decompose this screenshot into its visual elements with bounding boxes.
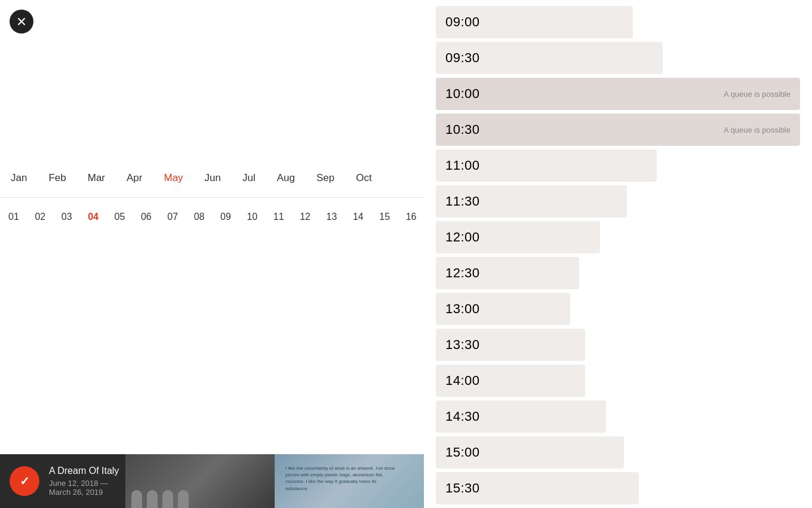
month-divider	[0, 197, 424, 198]
queue-notice-1000: A queue is possible	[724, 90, 791, 99]
time-label-1030: 10:30	[445, 122, 480, 137]
time-label-1000: 10:00	[445, 86, 480, 102]
person-2	[147, 490, 158, 508]
month-aug[interactable]: Aug	[266, 167, 306, 189]
month-sep[interactable]: Sep	[306, 167, 345, 189]
time-slot-button-1130[interactable]: 11:30	[436, 185, 627, 218]
time-slot-1300: 13:00	[436, 293, 800, 325]
day-09[interactable]: 09	[212, 208, 238, 226]
time-slot-1530: 15:30	[436, 472, 800, 504]
time-slot-button-1530[interactable]: 15:30	[436, 472, 639, 504]
day-15[interactable]: 15	[371, 208, 397, 226]
time-slot-1000: 10:00 A queue is possible	[436, 78, 800, 110]
time-slot-button-1400[interactable]: 14:00	[436, 365, 585, 397]
time-slot-button-1330[interactable]: 13:30	[436, 329, 585, 361]
exhibition-images: I like the uncertainty of what is an art…	[125, 454, 424, 508]
time-slot-0930: 09:30	[436, 42, 800, 74]
left-panel: Jan Feb Mar Apr May Jun Jul Aug Sep Oct …	[0, 0, 424, 508]
month-navigation: Jan Feb Mar Apr May Jun Jul Aug Sep Oct	[0, 167, 424, 189]
exhibition-caption: I like the uncertainty of what is an art…	[281, 460, 400, 497]
exhibition-image-2: I like the uncertainty of what is an art…	[275, 454, 424, 508]
time-slot-button-1300[interactable]: 13:00	[436, 293, 570, 325]
time-label-1330: 13:30	[445, 337, 480, 353]
time-label-1100: 11:00	[445, 158, 480, 173]
time-slot-1330: 13:30	[436, 329, 800, 361]
time-slot-button-1100[interactable]: 11:00	[436, 149, 657, 182]
time-slot-1100: 11:00	[436, 149, 800, 182]
time-slot-button-1230[interactable]: 12:30	[436, 257, 579, 289]
time-slot-1430: 14:30	[436, 400, 800, 433]
time-label-1230: 12:30	[445, 265, 480, 281]
time-label-1530: 15:30	[445, 481, 480, 496]
people-silhouettes	[125, 484, 275, 508]
time-label-1300: 13:00	[445, 301, 480, 317]
time-slot-0900: 09:00	[436, 6, 800, 38]
person-4	[178, 490, 189, 508]
day-12[interactable]: 12	[291, 208, 318, 226]
time-label-1500: 15:00	[445, 445, 480, 460]
day-03[interactable]: 03	[53, 208, 79, 226]
day-08[interactable]: 08	[186, 208, 212, 226]
month-apr[interactable]: Apr	[116, 167, 153, 189]
time-slot-button-1200[interactable]: 12:00	[436, 221, 600, 253]
month-mar[interactable]: Mar	[77, 167, 116, 189]
month-jan[interactable]: Jan	[0, 167, 38, 189]
close-button[interactable]	[10, 10, 33, 33]
time-slot-1030: 10:30 A queue is possible	[436, 114, 800, 146]
time-slot-1500: 15:00	[436, 436, 800, 469]
time-slot-button-0930[interactable]: 09:30	[436, 42, 663, 74]
time-slot-button-0900[interactable]: 09:00	[436, 6, 633, 38]
day-13[interactable]: 13	[318, 208, 345, 226]
time-slot-1130: 11:30	[436, 185, 800, 218]
time-label-1430: 14:30	[445, 409, 480, 424]
exhibition-info: A Dream Of Italy June 12, 2018 — March 2…	[49, 466, 125, 497]
day-05[interactable]: 05	[106, 208, 133, 226]
day-07[interactable]: 07	[159, 208, 185, 226]
time-slot-1230: 12:30	[436, 257, 800, 289]
month-jun[interactable]: Jun	[194, 167, 232, 189]
exhibition-dates: June 12, 2018 — March 26, 2019	[49, 479, 125, 497]
time-slot-1200: 12:00	[436, 221, 800, 253]
exhibition-image-1	[125, 454, 275, 508]
day-navigation: 01 02 03 04 05 06 07 08 09 10 11 12 13 1…	[0, 203, 424, 231]
time-slot-1400: 14:00	[436, 365, 800, 397]
time-label-1130: 11:30	[445, 194, 480, 209]
exhibition-title: A Dream Of Italy	[49, 466, 125, 476]
time-slot-button-1430[interactable]: 14:30	[436, 400, 606, 433]
time-label-0900: 09:00	[445, 14, 480, 30]
month-feb[interactable]: Feb	[38, 167, 76, 189]
time-label-1200: 12:00	[445, 229, 480, 245]
time-label-1400: 14:00	[445, 373, 480, 388]
day-11[interactable]: 11	[265, 208, 291, 226]
person-1	[131, 490, 142, 508]
day-02[interactable]: 02	[26, 208, 53, 226]
person-3	[162, 490, 173, 508]
exhibition-check-icon	[10, 466, 39, 496]
time-slot-button-1500[interactable]: 15:00	[436, 436, 624, 469]
month-oct[interactable]: Oct	[345, 167, 382, 189]
month-may[interactable]: May	[153, 167, 193, 189]
day-16[interactable]: 16	[398, 208, 424, 226]
time-label-0930: 09:30	[445, 50, 480, 66]
day-01[interactable]: 01	[0, 208, 26, 226]
time-slot-button-1000[interactable]: 10:00 A queue is possible	[436, 78, 800, 110]
time-slot-button-1030[interactable]: 10:30 A queue is possible	[436, 114, 800, 146]
day-04[interactable]: 04	[79, 208, 106, 226]
day-10[interactable]: 10	[238, 208, 264, 226]
day-14[interactable]: 14	[345, 208, 371, 226]
queue-notice-1030: A queue is possible	[724, 126, 791, 134]
month-jul[interactable]: Jul	[232, 167, 266, 189]
time-slots-panel: 09:00 09:30 10:00 A queue is possible 10…	[424, 0, 812, 508]
exhibition-card[interactable]: A Dream Of Italy June 12, 2018 — March 2…	[0, 454, 424, 508]
day-06[interactable]: 06	[133, 208, 159, 226]
